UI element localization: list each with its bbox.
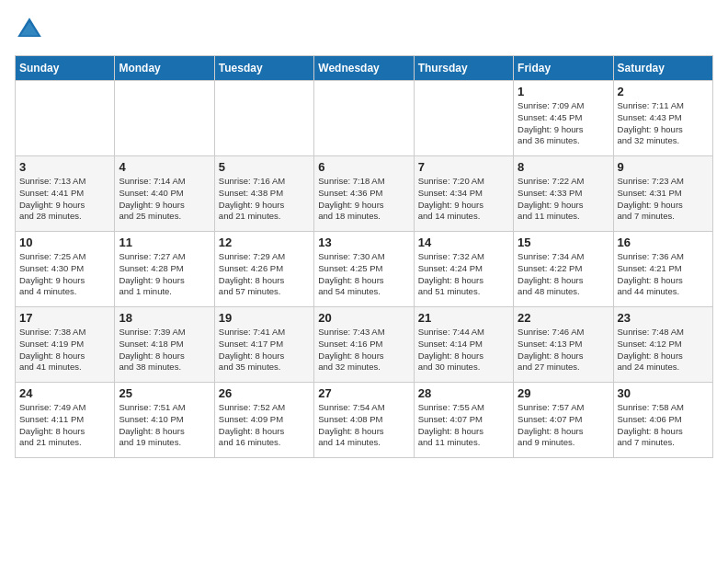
calendar-cell: 13Sunrise: 7:30 AM Sunset: 4:25 PM Dayli… [314, 232, 414, 307]
day-info: Sunrise: 7:29 AM Sunset: 4:26 PM Dayligh… [219, 251, 310, 298]
day-info: Sunrise: 7:34 AM Sunset: 4:22 PM Dayligh… [518, 251, 609, 298]
day-info: Sunrise: 7:57 AM Sunset: 4:07 PM Dayligh… [518, 402, 609, 449]
day-info: Sunrise: 7:20 AM Sunset: 4:34 PM Dayligh… [418, 176, 509, 223]
day-number: 22 [518, 311, 609, 325]
day-info: Sunrise: 7:41 AM Sunset: 4:17 PM Dayligh… [219, 327, 310, 373]
calendar-header-cell: Saturday [613, 56, 712, 81]
calendar-cell: 1Sunrise: 7:09 AM Sunset: 4:45 PM Daylig… [514, 81, 613, 156]
day-number: 18 [119, 311, 210, 325]
calendar-cell: 12Sunrise: 7:29 AM Sunset: 4:26 PM Dayli… [214, 232, 313, 307]
calendar-cell: 26Sunrise: 7:52 AM Sunset: 4:09 PM Dayli… [214, 383, 313, 458]
day-info: Sunrise: 7:30 AM Sunset: 4:25 PM Dayligh… [318, 251, 409, 298]
day-number: 4 [119, 160, 210, 174]
day-number: 29 [518, 386, 609, 400]
calendar-body: 1Sunrise: 7:09 AM Sunset: 4:45 PM Daylig… [16, 81, 713, 458]
day-info: Sunrise: 7:55 AM Sunset: 4:07 PM Dayligh… [418, 402, 509, 449]
calendar-week-row: 1Sunrise: 7:09 AM Sunset: 4:45 PM Daylig… [16, 81, 713, 156]
day-info: Sunrise: 7:58 AM Sunset: 4:06 PM Dayligh… [618, 402, 709, 449]
day-number: 17 [19, 311, 110, 325]
calendar-cell: 28Sunrise: 7:55 AM Sunset: 4:07 PM Dayli… [414, 383, 513, 458]
calendar-cell: 16Sunrise: 7:36 AM Sunset: 4:21 PM Dayli… [613, 232, 712, 307]
day-info: Sunrise: 7:09 AM Sunset: 4:45 PM Dayligh… [518, 100, 609, 147]
calendar-cell: 18Sunrise: 7:39 AM Sunset: 4:18 PM Dayli… [115, 307, 214, 383]
day-number: 5 [219, 160, 310, 174]
calendar-header-cell: Wednesday [314, 56, 414, 81]
day-number: 14 [418, 236, 509, 249]
calendar-cell: 14Sunrise: 7:32 AM Sunset: 4:24 PM Dayli… [414, 232, 513, 307]
day-info: Sunrise: 7:49 AM Sunset: 4:11 PM Dayligh… [19, 402, 110, 449]
calendar-cell: 6Sunrise: 7:18 AM Sunset: 4:36 PM Daylig… [314, 156, 414, 232]
day-number: 1 [518, 85, 609, 98]
day-info: Sunrise: 7:25 AM Sunset: 4:30 PM Dayligh… [19, 251, 110, 298]
day-number: 26 [219, 386, 310, 400]
calendar-cell: 20Sunrise: 7:43 AM Sunset: 4:16 PM Dayli… [314, 307, 414, 383]
day-info: Sunrise: 7:13 AM Sunset: 4:41 PM Dayligh… [19, 176, 110, 223]
day-info: Sunrise: 7:44 AM Sunset: 4:14 PM Dayligh… [418, 327, 509, 373]
day-number: 13 [318, 236, 409, 249]
day-number: 25 [119, 386, 210, 400]
calendar-cell: 8Sunrise: 7:22 AM Sunset: 4:33 PM Daylig… [514, 156, 613, 232]
day-info: Sunrise: 7:38 AM Sunset: 4:19 PM Dayligh… [19, 327, 110, 373]
calendar-week-row: 3Sunrise: 7:13 AM Sunset: 4:41 PM Daylig… [16, 156, 713, 232]
day-number: 24 [19, 386, 110, 400]
day-number: 10 [19, 236, 110, 249]
calendar-cell: 11Sunrise: 7:27 AM Sunset: 4:28 PM Dayli… [115, 232, 214, 307]
calendar-cell: 22Sunrise: 7:46 AM Sunset: 4:13 PM Dayli… [514, 307, 613, 383]
day-info: Sunrise: 7:39 AM Sunset: 4:18 PM Dayligh… [119, 327, 210, 373]
calendar-cell: 30Sunrise: 7:58 AM Sunset: 4:06 PM Dayli… [613, 383, 712, 458]
day-info: Sunrise: 7:36 AM Sunset: 4:21 PM Dayligh… [618, 251, 709, 298]
calendar-cell: 15Sunrise: 7:34 AM Sunset: 4:22 PM Dayli… [514, 232, 613, 307]
calendar-cell: 17Sunrise: 7:38 AM Sunset: 4:19 PM Dayli… [16, 307, 115, 383]
calendar-header-cell: Monday [115, 56, 214, 81]
calendar-cell: 21Sunrise: 7:44 AM Sunset: 4:14 PM Dayli… [414, 307, 513, 383]
day-info: Sunrise: 7:32 AM Sunset: 4:24 PM Dayligh… [418, 251, 509, 298]
day-number: 30 [618, 386, 709, 400]
day-number: 23 [618, 311, 709, 325]
day-number: 28 [418, 386, 509, 400]
day-number: 19 [219, 311, 310, 325]
calendar-cell: 5Sunrise: 7:16 AM Sunset: 4:38 PM Daylig… [214, 156, 313, 232]
day-info: Sunrise: 7:54 AM Sunset: 4:08 PM Dayligh… [318, 402, 409, 449]
calendar-cell: 29Sunrise: 7:57 AM Sunset: 4:07 PM Dayli… [514, 383, 613, 458]
calendar-cell [414, 81, 513, 156]
day-number: 20 [318, 311, 409, 325]
calendar-header-cell: Friday [514, 56, 613, 81]
calendar-cell: 23Sunrise: 7:48 AM Sunset: 4:12 PM Dayli… [613, 307, 712, 383]
day-number: 15 [518, 236, 609, 249]
day-info: Sunrise: 7:43 AM Sunset: 4:16 PM Dayligh… [318, 327, 409, 373]
calendar-week-row: 10Sunrise: 7:25 AM Sunset: 4:30 PM Dayli… [16, 232, 713, 307]
day-number: 9 [618, 160, 709, 174]
calendar-cell: 7Sunrise: 7:20 AM Sunset: 4:34 PM Daylig… [414, 156, 513, 232]
calendar-week-row: 17Sunrise: 7:38 AM Sunset: 4:19 PM Dayli… [16, 307, 713, 383]
calendar-header-cell: Sunday [16, 56, 115, 81]
calendar-cell: 24Sunrise: 7:49 AM Sunset: 4:11 PM Dayli… [16, 383, 115, 458]
day-info: Sunrise: 7:27 AM Sunset: 4:28 PM Dayligh… [119, 251, 210, 298]
page-header [15, 15, 713, 44]
day-number: 12 [219, 236, 310, 249]
calendar-week-row: 24Sunrise: 7:49 AM Sunset: 4:11 PM Dayli… [16, 383, 713, 458]
calendar-cell [314, 81, 414, 156]
day-info: Sunrise: 7:16 AM Sunset: 4:38 PM Dayligh… [219, 176, 310, 223]
day-info: Sunrise: 7:18 AM Sunset: 4:36 PM Dayligh… [318, 176, 409, 223]
calendar-cell: 4Sunrise: 7:14 AM Sunset: 4:40 PM Daylig… [115, 156, 214, 232]
calendar-cell: 9Sunrise: 7:23 AM Sunset: 4:31 PM Daylig… [613, 156, 712, 232]
day-number: 16 [618, 236, 709, 249]
logo-icon [15, 15, 44, 44]
page-container: SundayMondayTuesdayWednesdayThursdayFrid… [0, 0, 728, 465]
calendar-cell: 3Sunrise: 7:13 AM Sunset: 4:41 PM Daylig… [16, 156, 115, 232]
day-number: 7 [418, 160, 509, 174]
calendar-cell: 2Sunrise: 7:11 AM Sunset: 4:43 PM Daylig… [613, 81, 712, 156]
day-info: Sunrise: 7:11 AM Sunset: 4:43 PM Dayligh… [618, 100, 709, 147]
calendar-cell: 27Sunrise: 7:54 AM Sunset: 4:08 PM Dayli… [314, 383, 414, 458]
calendar-cell: 19Sunrise: 7:41 AM Sunset: 4:17 PM Dayli… [214, 307, 313, 383]
calendar-cell [214, 81, 313, 156]
calendar-table: SundayMondayTuesdayWednesdayThursdayFrid… [15, 55, 713, 458]
calendar-header-row: SundayMondayTuesdayWednesdayThursdayFrid… [16, 56, 713, 81]
day-info: Sunrise: 7:22 AM Sunset: 4:33 PM Dayligh… [518, 176, 609, 223]
calendar-cell [115, 81, 214, 156]
day-info: Sunrise: 7:23 AM Sunset: 4:31 PM Dayligh… [618, 176, 709, 223]
calendar-cell: 25Sunrise: 7:51 AM Sunset: 4:10 PM Dayli… [115, 383, 214, 458]
day-info: Sunrise: 7:14 AM Sunset: 4:40 PM Dayligh… [119, 176, 210, 223]
logo [15, 15, 48, 44]
calendar-header-cell: Thursday [414, 56, 513, 81]
